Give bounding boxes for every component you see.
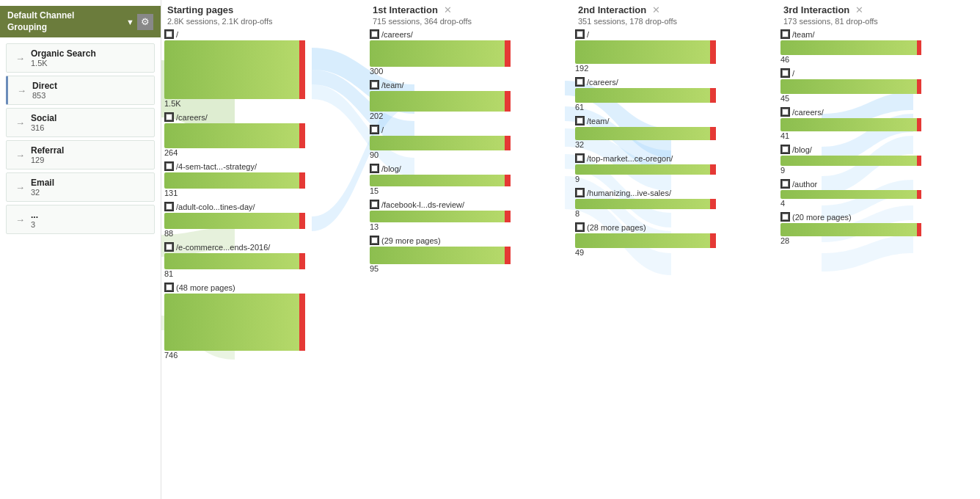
interaction2-title: 2nd Interaction <box>578 4 646 15</box>
arrow-icon: → <box>15 214 25 225</box>
page-count: 1.5K <box>164 99 305 108</box>
page-name: (29 more pages) <box>381 236 441 245</box>
page-count: 61 <box>575 103 716 112</box>
channel-item-organic-search[interactable]: → Organic Search 1.5K <box>6 43 155 73</box>
interaction1-header: 1st Interaction ✕ 715 sessions, 364 drop… <box>370 0 511 27</box>
int2-page-careers[interactable]: /careers/ 61 <box>575 77 716 112</box>
page-name: / <box>792 69 794 78</box>
page-name: /blog/ <box>381 164 401 173</box>
interaction1-close[interactable]: ✕ <box>444 4 452 15</box>
page-count: 9 <box>780 166 921 175</box>
int3-page-more[interactable]: (20 more pages) 28 <box>780 212 921 245</box>
gear-button[interactable]: ⚙ <box>137 14 153 30</box>
page-icon <box>780 212 790 222</box>
page-icon <box>780 68 790 78</box>
page-name: /careers/ <box>587 78 618 87</box>
flow-diagram: Starting pages 2.8K sessions, 2.1K drop-… <box>161 0 980 499</box>
page-count: 192 <box>575 64 716 73</box>
page-count: 95 <box>370 264 511 273</box>
int1-page-careers[interactable]: /careers/ 300 <box>370 29 511 76</box>
int2-page-humanizing[interactable]: /humanizing...ive-sales/ 8 <box>575 188 716 218</box>
page-entry-ecommerce[interactable]: /e-commerce...ends-2016/ 81 <box>164 242 305 278</box>
page-name: (28 more pages) <box>587 223 646 232</box>
channel-item-social[interactable]: → Social 316 <box>6 108 155 137</box>
page-count: 88 <box>164 229 305 238</box>
int3-page-team[interactable]: /team/ 46 <box>780 29 921 64</box>
page-count: 49 <box>575 248 716 257</box>
page-icon <box>780 179 790 189</box>
sidebar: Default Channel Grouping ▼ ⚙ → Organic S… <box>0 0 161 499</box>
page-icon <box>370 80 379 90</box>
channel-item-other[interactable]: → ... 3 <box>6 205 155 234</box>
page-count: 13 <box>370 222 511 231</box>
page-name: /facebook-l...ds-review/ <box>381 200 464 209</box>
int1-page-root[interactable]: / 90 <box>370 125 511 159</box>
page-entry-more-starting[interactable]: (48 more pages) 746 <box>164 283 305 360</box>
page-name: /careers/ <box>381 30 413 39</box>
page-entry-valentines[interactable]: /adult-colo...tines-day/ 88 <box>164 202 305 238</box>
page-icon <box>164 283 174 292</box>
page-icon <box>575 153 585 163</box>
page-count: 8 <box>575 209 716 218</box>
int2-page-top-market[interactable]: /top-market...ce-oregon/ 9 <box>575 153 716 183</box>
page-count: 15 <box>370 186 511 195</box>
page-entry-sem-strategy[interactable]: /4-sem-tact...-strategy/ 131 <box>164 161 305 197</box>
page-name: /e-commerce...ends-2016/ <box>176 243 270 252</box>
page-icon <box>370 164 379 173</box>
page-name: /adult-colo...tines-day/ <box>176 203 255 211</box>
page-icon <box>575 77 585 87</box>
int1-page-team[interactable]: /team/ 202 <box>370 80 511 120</box>
channel-item-direct[interactable]: → Direct 853 <box>6 76 155 105</box>
channel-count: 853 <box>32 91 57 100</box>
channel-name: Organic Search <box>31 48 96 59</box>
int3-page-author[interactable]: /author 4 <box>780 179 921 208</box>
channel-count: 129 <box>31 156 64 164</box>
channel-item-referral[interactable]: → Referral 129 <box>6 140 155 170</box>
connector-3 <box>719 0 778 499</box>
page-icon <box>164 202 174 211</box>
channel-count: 316 <box>31 123 56 132</box>
int3-page-blog[interactable]: /blog/ 9 <box>780 145 921 175</box>
arrow-icon: → <box>15 53 25 64</box>
page-name: /author <box>792 180 817 189</box>
int3-page-careers[interactable]: /careers/ 41 <box>780 107 921 140</box>
interaction3-header: 3rd Interaction ✕ 173 sessions, 81 drop-… <box>780 0 921 27</box>
page-entry-careers[interactable]: /careers/ 264 <box>164 112 305 157</box>
interaction3-close[interactable]: ✕ <box>855 4 863 15</box>
arrow-icon: → <box>17 85 26 96</box>
interaction2-subtitle: 351 sessions, 178 drop-offs <box>578 17 713 26</box>
int2-page-team[interactable]: /team/ 32 <box>575 116 716 149</box>
col-title: Starting pages <box>167 4 302 15</box>
page-icon <box>780 29 790 39</box>
int1-page-blog[interactable]: /blog/ 15 <box>370 164 511 195</box>
channel-count: 1.5K <box>31 59 96 68</box>
arrow-icon: → <box>15 182 25 193</box>
page-count: 46 <box>780 55 921 64</box>
int1-page-facebook[interactable]: /facebook-l...ds-review/ 13 <box>370 200 511 231</box>
page-count: 264 <box>164 148 305 157</box>
page-count: 300 <box>370 67 511 76</box>
page-icon <box>164 242 174 252</box>
page-icon <box>370 29 379 39</box>
channel-item-email[interactable]: → Email 32 <box>6 172 155 202</box>
channel-name: Direct <box>32 81 57 91</box>
page-name: (20 more pages) <box>792 213 852 222</box>
int1-page-more[interactable]: (29 more pages) 95 <box>370 236 511 273</box>
connector-2 <box>513 0 572 499</box>
channel-name: Referral <box>31 145 64 156</box>
int2-page-root[interactable]: / 192 <box>575 29 716 73</box>
channel-name: Email <box>31 178 54 188</box>
starting-pages-column: Starting pages 2.8K sessions, 2.1K drop-… <box>161 0 308 499</box>
interaction2-close[interactable]: ✕ <box>652 4 660 15</box>
int2-page-more[interactable]: (28 more pages) 49 <box>575 222 716 257</box>
page-icon <box>164 161 174 171</box>
interaction1-column: 1st Interaction ✕ 715 sessions, 364 drop… <box>367 0 513 499</box>
page-count: 90 <box>370 150 511 159</box>
channel-grouping-header[interactable]: Default Channel Grouping ▼ ⚙ <box>0 6 161 37</box>
int3-page-root[interactable]: / 45 <box>780 68 921 103</box>
connector-1 <box>308 0 367 499</box>
page-name: /4-sem-tact...-strategy/ <box>176 162 257 171</box>
page-name: /team/ <box>381 81 404 90</box>
page-entry-root[interactable]: / 1.5K <box>164 29 305 108</box>
page-name: (48 more pages) <box>176 283 235 292</box>
